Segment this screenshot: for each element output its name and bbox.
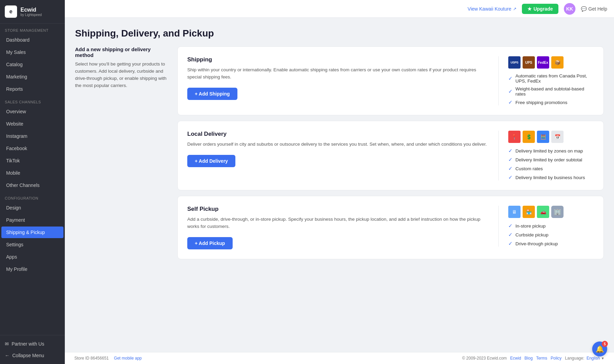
checklist-item: ✓ Automatic rates from Canada Post, UPS,… [508, 73, 594, 84]
sidebar-item-marketing[interactable]: Marketing [1, 71, 63, 83]
view-store-link[interactable]: View Kawaii Kouture ↗ [468, 6, 516, 12]
sidebar-item-website[interactable]: Website [1, 118, 63, 130]
language-label: Language: English ▼ [565, 356, 604, 361]
local-delivery-card-right: 📍 💲 🧮 📅 ✓ Delivery limited by zones on m… [498, 131, 594, 180]
language-select[interactable]: English [586, 356, 600, 361]
sidebar-logo: e Ecwid by Lightspeed [0, 0, 65, 24]
pickup-icons: 🖥 🏪 🚗 🏢 [508, 206, 594, 218]
blog-link[interactable]: Blog [525, 356, 533, 361]
self-pickup-card: Self Pickup Add a curbside, drive-throug… [177, 196, 604, 259]
sidebar-item-my-profile[interactable]: My Profile [1, 263, 63, 275]
add-delivery-button[interactable]: + Add Delivery [187, 155, 235, 167]
ecwid-link[interactable]: Ecwid [510, 356, 521, 361]
check-icon: ✓ [508, 148, 513, 154]
sidebar-item-catalog[interactable]: Catalog [1, 59, 63, 70]
checklist-item: ✓ Delivery limited by business hours [508, 174, 594, 180]
check-icon: ✓ [508, 157, 513, 163]
sidebar-partner[interactable]: ✉ Partner with Us [0, 338, 65, 350]
sidebar-item-facebook[interactable]: Facebook [1, 143, 63, 154]
sidebar-item-mobile[interactable]: Mobile [1, 167, 63, 179]
check-icon: ✓ [508, 165, 513, 172]
store-icon: 🏪 [523, 206, 535, 218]
external-link-icon: ↗ [513, 6, 516, 11]
sidebar-item-shipping-pickup[interactable]: Shipping & Pickup [1, 227, 63, 238]
checklist-item: ✓ Weight-based and subtotal-based rates [508, 86, 594, 97]
sidebar-item-design[interactable]: Design [1, 202, 63, 214]
shipping-card: Shipping Ship within your country or int… [177, 46, 604, 115]
sidebar-bottom: ✉ Partner with Us ← Collapse Menu [0, 335, 65, 364]
check-icon: ✓ [508, 241, 513, 247]
check-icon: ✓ [508, 223, 513, 229]
get-mobile-app-link[interactable]: Get mobile app [114, 356, 142, 361]
collapse-icon: ← [5, 353, 10, 358]
check-icon: ✓ [508, 99, 513, 105]
sidebar-item-payment[interactable]: Payment [1, 214, 63, 226]
car-icon: 🚗 [537, 206, 549, 218]
sidebar-item-my-sales[interactable]: My Sales [1, 46, 63, 58]
local-delivery-card-title: Local Delivery [187, 131, 488, 137]
logo-text: Ecwid by Lightspeed [20, 7, 42, 17]
checklist-item: ✓ Custom rates [508, 165, 594, 172]
footer-left: Store ID 86456651 Get mobile app [74, 356, 142, 361]
shipping-card-desc: Ship within your country or internationa… [187, 67, 488, 81]
fedex-icon: FedEx [537, 56, 549, 69]
terms-link[interactable]: Terms [536, 356, 547, 361]
logo-subtitle: by Lightspeed [20, 13, 42, 17]
add-pickup-button[interactable]: + Add Pickup [187, 237, 233, 249]
policy-link[interactable]: Policy [551, 356, 561, 361]
checklist-item: ✓ Drive-through pickup [508, 241, 594, 247]
section-configuration: Configuration [0, 191, 65, 202]
section-store-management: Store management [0, 24, 65, 34]
avatar[interactable]: KK [564, 3, 575, 15]
local-delivery-card: Local Delivery Deliver orders yourself i… [177, 121, 604, 190]
topbar: View Kawaii Kouture ↗ ★ Upgrade KK 💬 Get… [65, 0, 614, 18]
check-icon: ✓ [508, 174, 513, 180]
delivery-icons: 📍 💲 🧮 📅 [508, 131, 594, 143]
box-icon: 📦 [551, 56, 564, 69]
store-id: Store ID 86456651 [74, 356, 109, 361]
notification-count: 5 [602, 341, 608, 347]
sidebar-item-overview[interactable]: Overview [1, 106, 63, 117]
sidebar-item-reports[interactable]: Reports [1, 83, 63, 95]
self-pickup-card-left: Self Pickup Add a curbside, drive-throug… [187, 206, 498, 249]
ecwid-logo-icon: e [5, 5, 17, 18]
cash-icon: 💲 [523, 131, 535, 143]
shipping-card-right: USPS UPS FedEx 📦 ✓ Automatic rates from … [498, 56, 594, 105]
usps-icon: USPS [508, 56, 521, 69]
mail-icon: ✉ [5, 341, 9, 347]
intro-text: Select how you'll be getting your produc… [75, 61, 171, 89]
store2-icon: 🏢 [551, 206, 564, 218]
page-content: Shipping, Delivery, and Pickup Add a new… [65, 18, 614, 352]
copyright: © 2009-2023 Ecwid.com [462, 356, 507, 361]
sidebar-item-other-channels[interactable]: Other Channels [1, 179, 63, 191]
local-delivery-card-desc: Deliver orders yourself in city and subu… [187, 141, 488, 148]
checklist-item: ✓ Delivery limited by zones on map [508, 148, 594, 154]
checklist-item: ✓ Delivery limited by order subtotal [508, 157, 594, 163]
sidebar-item-tiktok[interactable]: TikTok [1, 155, 63, 166]
sidebar: e Ecwid by Lightspeed Store management D… [0, 0, 65, 364]
notification-bell[interactable]: 🔔 5 [592, 341, 607, 356]
check-icon: ✓ [508, 88, 513, 94]
desk-icon: 🖥 [508, 206, 521, 218]
delivery-checklist: ✓ Delivery limited by zones on map ✓ Del… [508, 148, 594, 180]
footer-links: © 2009-2023 Ecwid.com Ecwid Blog Terms P… [462, 356, 604, 361]
main-layout: Add a new shipping or delivery method Se… [75, 46, 604, 259]
intro-panel: Add a new shipping or delivery method Se… [75, 46, 171, 89]
sidebar-item-instagram[interactable]: Instagram [1, 130, 63, 142]
sidebar-item-settings[interactable]: Settings [1, 239, 63, 250]
local-delivery-card-left: Local Delivery Deliver orders yourself i… [187, 131, 498, 167]
sidebar-collapse[interactable]: ← Collapse Menu [0, 350, 65, 361]
sidebar-item-apps[interactable]: Apps [1, 251, 63, 263]
page-title: Shipping, Delivery, and Pickup [75, 28, 604, 39]
ups-icon: UPS [523, 56, 535, 69]
main-area: View Kawaii Kouture ↗ ★ Upgrade KK 💬 Get… [65, 0, 614, 364]
shipping-card-left: Shipping Ship within your country or int… [187, 56, 498, 100]
calendar-icon: 📅 [551, 131, 564, 143]
chevron-down-icon: ▼ [601, 356, 604, 360]
sidebar-item-dashboard[interactable]: Dashboard [1, 34, 63, 46]
add-shipping-button[interactable]: + Add Shipping [187, 88, 237, 100]
get-help-button[interactable]: 💬 Get Help [581, 6, 607, 12]
pickup-checklist: ✓ In-store pickup ✓ Curbside pickup ✓ Dr… [508, 223, 594, 247]
upgrade-button[interactable]: ★ Upgrade [522, 4, 558, 14]
shipping-icons: USPS UPS FedEx 📦 [508, 56, 594, 69]
